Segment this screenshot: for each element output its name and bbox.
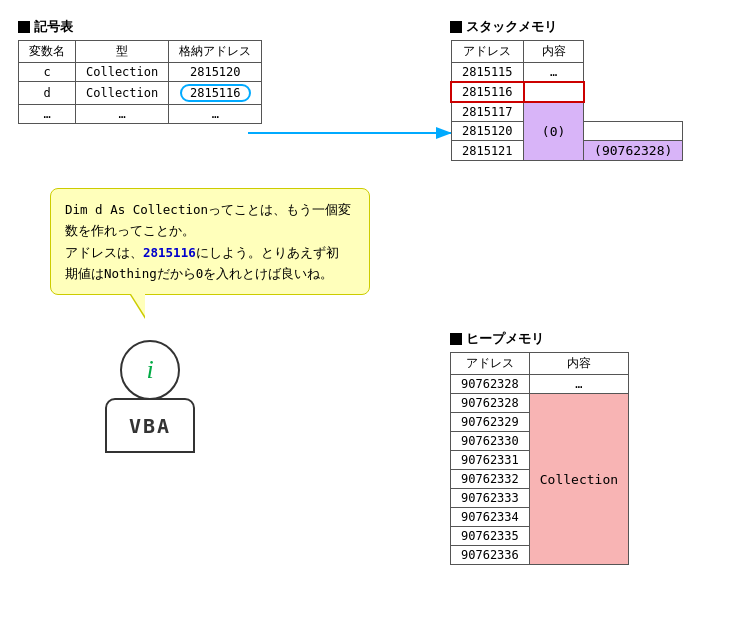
symbol-varname-2: … <box>19 105 76 124</box>
heap-col-content: 内容 <box>529 353 628 375</box>
heap-address-9: 90762336 <box>451 546 530 565</box>
symbol-address-0: 2815120 <box>169 63 262 82</box>
symbol-col-type: 型 <box>76 41 169 63</box>
stack-table: アドレス 内容 2815115…28151162815117(0)2815120… <box>450 40 683 161</box>
stack-row-2: 2815117(0) <box>451 102 683 122</box>
vba-body: VBA <box>105 398 195 453</box>
symbol-type-1: Collection <box>76 82 169 105</box>
heap-address-2: 90762329 <box>451 413 530 432</box>
black-square-symbol <box>18 21 30 33</box>
heap-row-0: 90762328… <box>451 375 629 394</box>
heap-memory-title: ヒープメモリ <box>450 330 629 348</box>
stack-address-5: 2815120 <box>451 122 524 141</box>
heap-content-0: … <box>529 375 628 394</box>
stack-content-1 <box>524 82 584 102</box>
vba-character: i VBA <box>105 340 195 453</box>
heap-memory-section: ヒープメモリ アドレス 内容 90762328…90762328Collecti… <box>450 330 629 565</box>
stack-content-6: (90762328) <box>584 141 683 161</box>
stack-content-5 <box>584 122 683 141</box>
stack-memory-section: スタックメモリ アドレス 内容 2815115…28151162815117(0… <box>450 18 683 161</box>
stack-content-2: (0) <box>524 102 584 161</box>
stack-memory-title: スタックメモリ <box>450 18 683 36</box>
vba-i-letter: i <box>146 355 153 385</box>
symbol-varname-1: d <box>19 82 76 105</box>
speech-bubble: Dim d As Collectionってことは、もう一個変数を作れってことか。… <box>50 188 370 295</box>
bubble-line3post: にしよう。とりあえず初 <box>196 245 339 260</box>
stack-memory-title-text: スタックメモリ <box>466 18 557 36</box>
vba-label: VBA <box>129 414 171 438</box>
symbol-type-0: Collection <box>76 63 169 82</box>
black-square-heap <box>450 333 462 345</box>
bubble-line4: 期値はNothingだから0を入れとけば良いね。 <box>65 266 333 281</box>
heap-table: アドレス 内容 90762328…90762328Collection90762… <box>450 352 629 565</box>
symbol-address-2: … <box>169 105 262 124</box>
heap-address-6: 90762333 <box>451 489 530 508</box>
heap-col-address: アドレス <box>451 353 530 375</box>
heap-address-3: 90762330 <box>451 432 530 451</box>
symbol-row-0: cCollection2815120 <box>19 63 262 82</box>
symbol-address-1: 2815116 <box>169 82 262 105</box>
symbol-varname-0: c <box>19 63 76 82</box>
stack-col-content: 内容 <box>524 41 584 63</box>
symbol-type-2: … <box>76 105 169 124</box>
heap-address-8: 90762335 <box>451 527 530 546</box>
heap-content-1: Collection <box>529 394 628 565</box>
stack-content-0: … <box>524 63 584 83</box>
symbol-row-2: ……… <box>19 105 262 124</box>
bubble-highlight: 2815116 <box>143 245 196 260</box>
stack-address-2: 2815117 <box>451 102 524 122</box>
black-square-stack <box>450 21 462 33</box>
symbol-col-varname: 変数名 <box>19 41 76 63</box>
stack-address-6: 2815121 <box>451 141 524 161</box>
vba-head: i <box>120 340 180 400</box>
stack-address-0: 2815115 <box>451 63 524 83</box>
stack-row-0: 2815115… <box>451 63 683 83</box>
stack-row-1: 2815116 <box>451 82 683 102</box>
heap-address-5: 90762332 <box>451 470 530 489</box>
heap-address-1: 90762328 <box>451 394 530 413</box>
heap-memory-title-text: ヒープメモリ <box>466 330 544 348</box>
heap-address-7: 90762334 <box>451 508 530 527</box>
symbol-row-1: dCollection2815116 <box>19 82 262 105</box>
heap-address-0: 90762328 <box>451 375 530 394</box>
heap-address-4: 90762331 <box>451 451 530 470</box>
stack-address-1: 2815116 <box>451 82 524 102</box>
stack-col-address: アドレス <box>451 41 524 63</box>
bubble-line3pre: アドレスは、 <box>65 245 143 260</box>
symbol-table-title-text: 記号表 <box>34 18 73 36</box>
symbol-table-title: 記号表 <box>18 18 262 36</box>
symbol-table-section: 記号表 変数名 型 格納アドレス cCollection2815120dColl… <box>18 18 262 124</box>
heap-row-1: 90762328Collection <box>451 394 629 413</box>
bubble-line2: を作れってことか。 <box>78 223 195 238</box>
symbol-col-address: 格納アドレス <box>169 41 262 63</box>
symbol-table: 変数名 型 格納アドレス cCollection2815120dCollecti… <box>18 40 262 124</box>
